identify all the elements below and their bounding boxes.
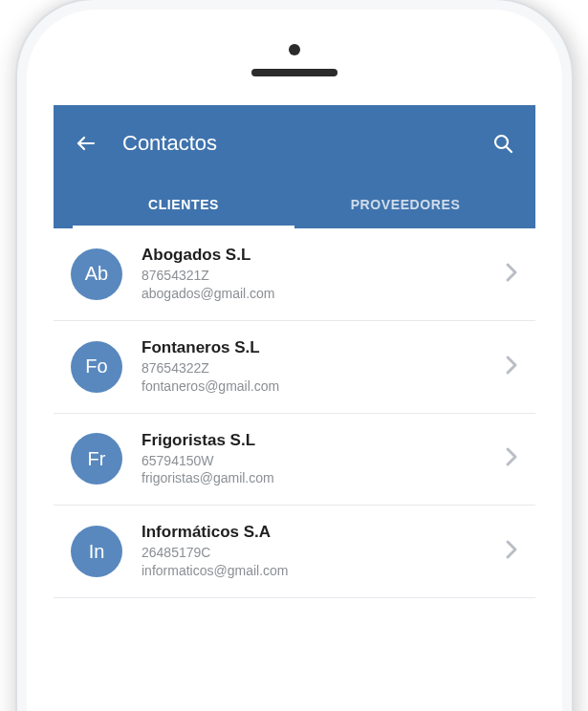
arrow-left-icon	[75, 132, 98, 155]
contact-code: 26485179C	[142, 544, 495, 562]
back-button[interactable]	[73, 130, 99, 157]
chevron-right-icon	[505, 539, 518, 564]
contact-name: Abogados S.L	[142, 246, 495, 265]
tab-proveedores[interactable]: PROVEEDORES	[294, 183, 516, 228]
contact-name: Informáticos S.A	[142, 523, 495, 542]
list-item[interactable]: Fo Fontaneros S.L 87654322Z fontaneros@g…	[54, 321, 535, 414]
svg-line-2	[506, 146, 512, 152]
search-button[interactable]	[490, 130, 516, 157]
phone-body: Contactos CLIENTES PROVEEDORES Ab Abogad…	[17, 0, 572, 711]
tabs: CLIENTES PROVEEDORES	[73, 183, 516, 228]
contact-info: Fontaneros S.L 87654322Z fontaneros@gmai…	[142, 338, 495, 396]
contact-info: Abogados S.L 87654321Z abogados@gmail.co…	[142, 246, 495, 303]
app-header: Contactos CLIENTES PROVEEDORES	[54, 105, 535, 228]
contact-name: Frigoristas S.L	[142, 431, 495, 450]
contact-list[interactable]: Ab Abogados S.L 87654321Z abogados@gmail…	[54, 228, 535, 711]
avatar: Fo	[71, 341, 122, 393]
chevron-right-icon	[505, 355, 518, 379]
header-top: Contactos	[73, 122, 516, 164]
phone-speaker	[251, 69, 338, 76]
app-screen: Contactos CLIENTES PROVEEDORES Ab Abogad…	[54, 105, 535, 711]
list-item[interactable]: Fr Frigoristas S.L 65794150W frigoristas…	[54, 414, 535, 506]
phone-inner: Contactos CLIENTES PROVEEDORES Ab Abogad…	[27, 10, 562, 711]
avatar: In	[71, 526, 122, 577]
avatar: Fr	[71, 433, 122, 485]
chevron-right-icon	[505, 262, 518, 287]
contact-code: 87654322Z	[142, 359, 495, 377]
contact-code: 87654321Z	[142, 267, 495, 285]
contact-info: Informáticos S.A 26485179C informaticos@…	[142, 523, 495, 580]
contact-code: 65794150W	[142, 452, 495, 470]
avatar: Ab	[71, 248, 122, 300]
phone-camera	[289, 44, 300, 55]
list-item[interactable]: Ab Abogados S.L 87654321Z abogados@gmail…	[54, 228, 535, 321]
tab-clientes[interactable]: CLIENTES	[73, 183, 294, 228]
contact-email: frigoristas@gamil.com	[142, 469, 495, 487]
contact-name: Fontaneros S.L	[142, 338, 495, 357]
contact-info: Frigoristas S.L 65794150W frigoristas@ga…	[142, 431, 495, 488]
contact-email: fontaneros@gmail.com	[142, 377, 495, 396]
list-item[interactable]: In Informáticos S.A 26485179C informatic…	[54, 506, 535, 598]
contact-email: informaticos@gmail.com	[142, 562, 495, 580]
page-title: Contactos	[122, 131, 467, 156]
contact-email: abogados@gmail.com	[142, 285, 495, 303]
chevron-right-icon	[505, 446, 518, 471]
search-icon	[491, 132, 514, 155]
